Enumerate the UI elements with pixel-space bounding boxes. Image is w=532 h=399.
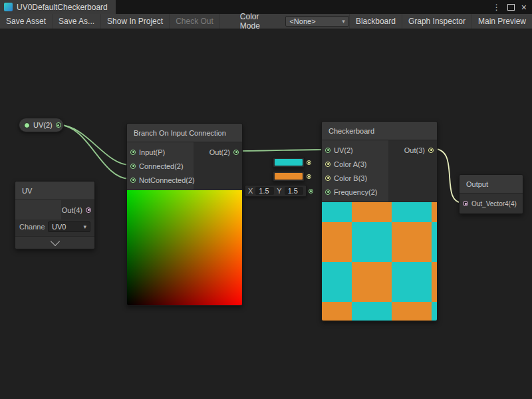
port-out2[interactable]: Out(2) [209,148,239,156]
main-preview-toggle-button[interactable]: Main Preview [471,14,532,29]
edge-uv-to-notconnected[interactable] [59,125,130,179]
color-a-field[interactable] [273,157,305,168]
port-dot-out4[interactable] [86,207,91,213]
chevron-down-icon [50,237,59,246]
node-branch[interactable]: Branch On Input Connection Input(P) Out(… [126,123,243,306]
port-label-out-vector4: Out_Vector4(4) [471,200,517,207]
node-output-ports: Out_Vector4(4) [460,194,523,213]
port-dot-out2[interactable] [233,150,239,155]
widget-dot-frequency[interactable] [309,189,313,194]
port-label-notconnected: NotConnected(2) [139,176,195,184]
save-as-button[interactable]: Save As... [53,14,101,29]
edge-branch-to-checkerboard[interactable] [239,150,325,151]
widget-frequency: X 1.5 Y 1.5 [245,185,313,197]
port-color-b[interactable]: Color B(3) [325,174,367,182]
color-b-swatch[interactable] [275,173,303,180]
port-dot-out-vector4[interactable] [463,201,468,206]
port-label-out4: Out(4) [62,206,82,214]
branch-node-preview [127,190,242,305]
color-mode-label: Color Mode [240,12,281,31]
port-label-frequency: Frequency(2) [334,188,377,196]
node-checkerboard-header: Checkerboard [322,122,437,140]
save-asset-button[interactable]: Save Asset [0,14,53,29]
port-label-uv2: UV(2) [334,146,353,154]
port-dot-color-b[interactable] [325,176,331,181]
node-branch-header: Branch On Input Connection [127,124,242,142]
node-output[interactable]: Output Out_Vector4(4) [459,174,523,214]
port-input-p[interactable]: Input(P) [130,148,165,156]
channel-dropdown-value: UV0 [52,223,66,231]
document-tab[interactable]: UV0DefaultCheckerboard [0,0,116,14]
graph-toolbar: Save Asset Save As... Show In Project Ch… [0,14,532,29]
widget-dot-color-a[interactable] [307,160,311,165]
frequency-x-input[interactable]: 1.5 [255,187,274,195]
port-row: Color B(3) [322,171,437,185]
node-uv-title: UV [22,187,32,195]
property-pill-label: UV(2) [33,121,53,129]
edge-uv-to-connected[interactable] [59,125,130,165]
graph-canvas[interactable]: UV(2) Branch On Input Connection Input(P… [0,29,532,399]
frequency-y-label: Y [277,187,281,195]
node-checkerboard-title: Checkerboard [329,127,374,135]
kebab-menu-icon[interactable]: ⋮ [493,3,501,11]
node-output-header: Output [460,175,523,194]
port-notconnected[interactable]: NotConnected(2) [130,176,195,184]
node-checkerboard-ports: UV(2) Out(3) Color A(3) Color B(3) [322,140,437,201]
port-row: Color A(3) [322,157,437,171]
port-label-color-a: Color A(3) [334,160,367,168]
uv-preview-collapse-button[interactable] [15,236,94,249]
uv-channel-row: Channel UV0 ▾ [15,219,94,236]
close-icon[interactable]: × [521,3,527,12]
graph-inspector-toggle-button[interactable]: Graph Inspector [402,14,471,29]
port-out3[interactable]: Out(3) [404,146,434,154]
color-mode-dropdown[interactable]: <None> ▾ [285,16,348,27]
port-row: Out_Vector4(4) [460,197,523,210]
port-color-a[interactable]: Color A(3) [325,160,367,168]
node-uv[interactable]: UV Out(4) Channel UV0 ▾ [15,181,95,249]
node-checkerboard[interactable]: Checkerboard UV(2) Out(3) Color A(3) [321,121,438,321]
port-connected[interactable]: Connected(2) [130,162,184,170]
property-pill-out-port[interactable] [56,122,61,128]
window-controls: ⋮ × [493,0,532,14]
port-row: Frequency(2) [322,185,437,199]
widget-color-a [273,157,311,168]
port-dot-notconnected[interactable] [130,178,136,183]
port-frequency[interactable]: Frequency(2) [325,188,377,196]
blackboard-toggle-button[interactable]: Blackboard [349,14,402,29]
property-exposed-dot [24,122,30,128]
property-pill-uv[interactable]: UV(2) [19,118,64,132]
port-out-vector4[interactable]: Out_Vector4(4) [463,200,517,207]
check-out-button: Check Out [170,14,220,29]
widget-color-b [273,171,311,182]
color-b-field[interactable] [273,171,305,182]
port-dot-frequency[interactable] [325,190,331,195]
dropdown-caret-icon: ▾ [342,19,345,25]
color-a-swatch[interactable] [275,159,303,166]
port-uv2[interactable]: UV(2) [325,146,353,154]
port-dot-input-p[interactable] [130,150,136,155]
node-output-title: Output [466,180,488,188]
shader-graph-icon [4,3,13,11]
dropdown-caret-icon: ▾ [83,224,86,230]
port-label-out2: Out(2) [209,148,230,156]
node-uv-ports: Out(4) [15,200,94,219]
frequency-y-input[interactable]: 1.5 [285,187,303,195]
maximize-icon[interactable] [507,4,515,11]
tab-title: UV0DefaultCheckerboard [17,3,108,12]
port-label-connected: Connected(2) [139,162,184,170]
channel-dropdown[interactable]: UV0 ▾ [48,221,90,232]
node-uv-header: UV [15,182,94,200]
port-row: Connected(2) [127,159,242,173]
port-dot-out3[interactable] [428,148,434,153]
port-dot-connected[interactable] [130,164,136,169]
port-label-out3: Out(3) [404,146,425,154]
port-dot-color-a[interactable] [325,162,331,167]
channel-label: Channel [19,223,45,231]
widget-dot-color-b[interactable] [307,174,311,179]
port-out4[interactable]: Out(4) [62,206,91,214]
color-mode-group: Color Mode <None> ▾ [240,14,349,29]
show-in-project-button[interactable]: Show In Project [101,14,170,29]
port-row: Input(P) Out(2) [127,145,242,159]
port-dot-uv2[interactable] [325,148,331,153]
port-label-color-b: Color B(3) [334,174,367,182]
